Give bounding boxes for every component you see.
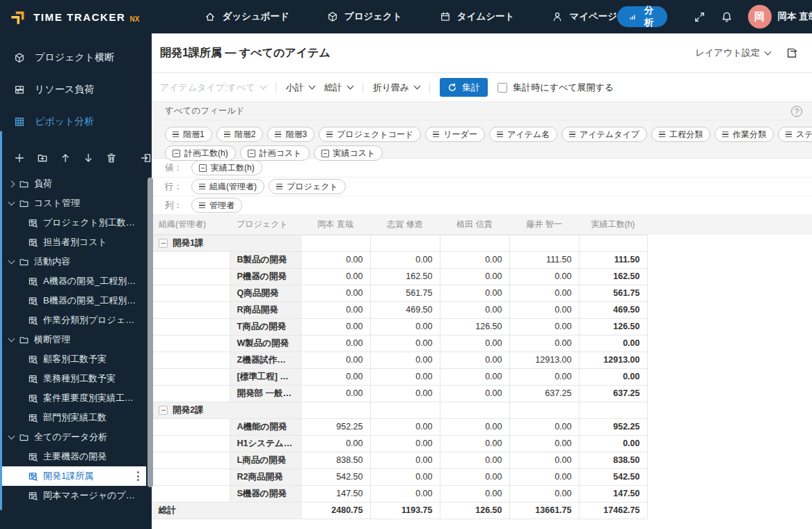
value-cell: 111.50 xyxy=(579,251,647,268)
field-chip[interactable]: ステータス xyxy=(778,127,812,142)
collapse-dropdown[interactable]: 折り畳み xyxy=(373,81,420,94)
tree-item[interactable]: 開発1課所属 xyxy=(0,466,146,486)
add-icon[interactable] xyxy=(14,152,25,164)
field-chip[interactable]: 実績コスト xyxy=(314,145,383,161)
nav-item[interactable]: マイページ xyxy=(552,10,617,23)
project-cell: 開発部 一般… xyxy=(230,385,301,402)
col-axis-row: 列： 管理者 xyxy=(152,196,812,215)
field-chip[interactable]: プロジェクトコード xyxy=(319,127,421,142)
org-cell xyxy=(152,285,230,301)
tree-item-label: A機器の開発_工程別… xyxy=(43,275,136,287)
field-chip[interactable]: 作業分類 xyxy=(715,127,774,142)
tree-item[interactable]: 案件重要度別実績工… xyxy=(0,388,146,408)
chevron-down-icon[interactable] xyxy=(8,258,15,264)
field-chip[interactable]: 計画コスト xyxy=(240,145,310,161)
tree-item[interactable]: 岡本マネージャのプ… xyxy=(0,486,146,505)
tree-item[interactable]: 業務種別工数予実 xyxy=(0,369,146,388)
project-cell: L商品の開発 xyxy=(230,452,301,468)
folder-icon xyxy=(19,179,29,189)
sidebar-section[interactable]: ピボット分析 xyxy=(0,106,152,138)
value-cell: 0.00 xyxy=(509,452,579,468)
chevron-right-icon[interactable] xyxy=(8,180,15,187)
project-cell: T商品の開発 xyxy=(230,318,301,335)
aggregate-button[interactable]: 集計 xyxy=(440,78,488,97)
field-chip[interactable]: アイテムタイプ xyxy=(562,127,647,142)
field-chip[interactable]: プロジェクト xyxy=(269,179,346,194)
sidebar-section[interactable]: リソース負荷 xyxy=(0,74,152,106)
group-header-cell[interactable]: 開発1課 xyxy=(152,235,301,251)
value-cell: 126.50 xyxy=(579,318,647,335)
tree-folder[interactable]: コスト管理 xyxy=(0,194,146,213)
add-folder-icon[interactable] xyxy=(37,152,48,164)
collapse-toggle-icon[interactable] xyxy=(159,406,168,415)
value-cell: 0.00 xyxy=(301,251,370,268)
export-icon[interactable] xyxy=(786,47,798,59)
nav-item[interactable]: ダッシュボード xyxy=(205,10,289,23)
value-cell: 162.50 xyxy=(370,268,440,285)
field-chip-label: リーダー xyxy=(443,129,477,141)
notifications-icon[interactable] xyxy=(721,11,733,23)
value-cell: 0.00 xyxy=(301,335,370,352)
field-chip[interactable]: 実績工数(h) xyxy=(191,160,262,175)
avatar: 岡 xyxy=(748,5,772,29)
tree-item[interactable]: プロジェクト別工数… xyxy=(0,213,146,232)
tree-folder[interactable]: 横断管理 xyxy=(0,330,146,349)
field-chip[interactable]: 階層2 xyxy=(216,127,264,142)
field-chip[interactable]: リーダー xyxy=(425,127,485,142)
nav-item[interactable]: プロジェクト xyxy=(327,10,402,23)
tree-item[interactable]: 担当者別コスト xyxy=(0,232,146,252)
tree-item[interactable]: B機器の開発_工程別… xyxy=(0,291,146,310)
field-chip[interactable]: 管理者 xyxy=(191,198,242,213)
help-icon[interactable]: ? xyxy=(791,106,802,117)
group-header-cell[interactable]: 開発2課 xyxy=(152,402,301,418)
report-icon xyxy=(28,471,38,482)
chevron-down-icon[interactable] xyxy=(8,199,15,206)
sidebar-scrollbar-thumb[interactable] xyxy=(148,177,153,487)
move-down-icon[interactable] xyxy=(83,152,94,164)
sidebar-section[interactable]: プロジェクト横断 xyxy=(0,42,152,74)
report-icon xyxy=(28,374,38,384)
dimension-field-icon xyxy=(224,132,230,137)
collapse-toggle-icon[interactable] xyxy=(159,239,168,248)
value-cell: 0.00 xyxy=(370,368,440,385)
nav-item-label: マイページ xyxy=(569,10,617,23)
field-chip[interactable]: 階層3 xyxy=(267,127,315,142)
item-type-filter[interactable]: アイテムタイプ:すべて xyxy=(160,81,266,94)
tree-folder[interactable]: 活動内容 xyxy=(0,252,146,271)
user-menu[interactable]: 岡 岡本 直哉 xyxy=(748,5,812,29)
tree-folder[interactable]: 負荷 xyxy=(0,174,146,194)
report-icon xyxy=(28,393,38,404)
field-chip[interactable]: 工程分類 xyxy=(651,127,710,142)
field-chip[interactable]: アイテム名 xyxy=(489,127,557,142)
expand-on-aggregate-checkbox[interactable]: 集計時にすべて展開する xyxy=(497,81,614,94)
layout-settings-dropdown[interactable]: レイアウト設定 xyxy=(695,47,770,59)
field-chip[interactable]: 計画工数(h) xyxy=(165,145,236,161)
value-cell: 0.00 xyxy=(440,468,509,485)
kebab-menu-icon[interactable] xyxy=(137,471,139,481)
field-chip[interactable]: 組織(管理者) xyxy=(191,179,264,194)
expand-icon[interactable] xyxy=(694,11,706,23)
value-cell: 0.00 xyxy=(440,418,509,435)
delete-icon[interactable] xyxy=(106,152,117,164)
nav-analysis-button[interactable]: 分析 xyxy=(617,6,667,27)
chevron-down-icon[interactable] xyxy=(8,335,15,342)
org-cell xyxy=(152,268,230,285)
tree-item[interactable]: 主要機器の開発 xyxy=(0,447,146,466)
project-cell: W製品の開発 xyxy=(230,335,301,352)
tree-item[interactable]: 部門別実績工数 xyxy=(0,408,146,427)
tree-item[interactable]: 作業分類別プロジェ… xyxy=(0,310,146,330)
subtotal-dropdown[interactable]: 小計 xyxy=(286,81,315,94)
move-up-icon[interactable] xyxy=(60,152,71,164)
report-icon xyxy=(28,491,38,501)
field-chip[interactable]: 階層1 xyxy=(165,127,212,142)
app-logo[interactable]: TIME TRACKER NX xyxy=(0,8,139,26)
tree-item[interactable]: A機器の開発_工程別… xyxy=(0,271,146,291)
import-icon[interactable] xyxy=(141,152,152,164)
tree-item[interactable]: 顧客別工数予実 xyxy=(0,349,146,369)
tree-folder[interactable]: 全てのデータ分析 xyxy=(0,427,146,447)
field-chip-label: 実績工数(h) xyxy=(211,162,255,174)
grandtotal-dropdown[interactable]: 総計 xyxy=(324,81,353,94)
data-row: B製品の開発0.000.000.00111.50111.50 xyxy=(152,251,812,268)
nav-item[interactable]: タイムシート xyxy=(440,10,515,23)
chevron-down-icon[interactable] xyxy=(8,433,15,440)
